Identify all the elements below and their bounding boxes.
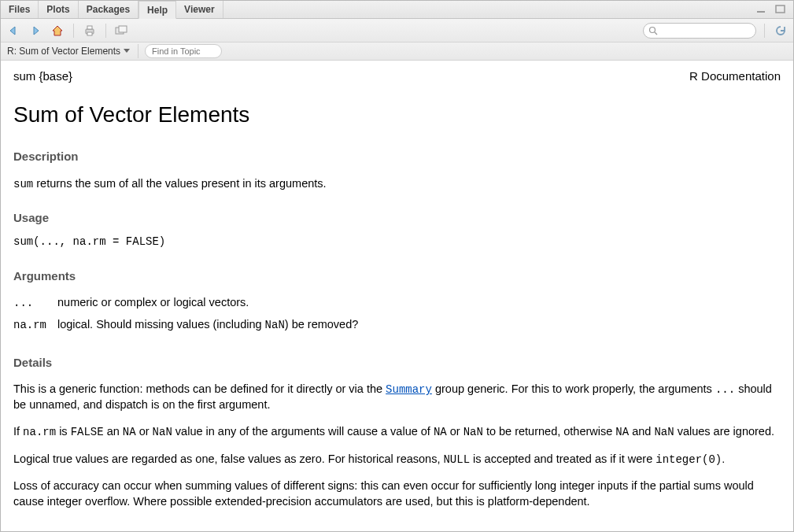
divider: [73, 24, 74, 38]
pane-tabs: Files Plots Packages Help Viewer: [1, 1, 793, 19]
help-search-input[interactable]: [661, 24, 751, 37]
back-icon[interactable]: [6, 23, 21, 39]
search-icon: [648, 26, 658, 35]
svg-line-8: [655, 32, 657, 35]
print-icon[interactable]: [82, 23, 98, 39]
svg-point-7: [650, 27, 656, 32]
arg-name: na.rm: [13, 319, 46, 331]
arg-desc: numeric or complex or logical vectors.: [57, 292, 369, 314]
section-arguments: Arguments: [13, 268, 781, 284]
help-toolbar: [1, 19, 793, 42]
tab-viewer[interactable]: Viewer: [176, 1, 223, 18]
svg-rect-4: [87, 32, 92, 35]
arg-name: ...: [13, 297, 33, 309]
svg-rect-1: [776, 6, 785, 13]
section-description: Description: [13, 149, 781, 164]
svg-rect-3: [87, 26, 92, 29]
divider: [764, 24, 765, 38]
help-content-scroll[interactable]: sum {base} R Documentation Sum of Vector…: [1, 61, 793, 531]
details-p1: This is a generic function: methods can …: [13, 382, 781, 412]
details-p3: Logical true values are regarded as one,…: [13, 452, 781, 467]
arguments-table: ... numeric or complex or logical vector…: [13, 292, 369, 336]
tab-plots[interactable]: Plots: [39, 1, 78, 18]
tab-help[interactable]: Help: [138, 1, 176, 19]
section-details: Details: [13, 355, 781, 371]
breadcrumb[interactable]: R: Sum of Vector Elements: [6, 46, 131, 57]
help-document: sum {base} R Documentation Sum of Vector…: [1, 61, 793, 531]
page-title: Sum of Vector Elements: [13, 100, 781, 130]
details-p2: If na.rm is FALSE an NA or NaN value in …: [13, 424, 781, 440]
arg-desc: logical. Should missing values (includin…: [57, 314, 369, 336]
breadcrumb-label: R: Sum of Vector Elements: [7, 46, 120, 57]
chevron-down-icon: [124, 49, 130, 54]
help-pane: Files Plots Packages Help Viewer: [0, 0, 794, 532]
section-value: Value: [13, 528, 781, 531]
svg-rect-6: [119, 26, 127, 32]
section-usage: Usage: [13, 210, 781, 226]
help-subtoolbar: R: Sum of Vector Elements: [1, 42, 793, 61]
svg-rect-0: [757, 11, 765, 13]
doc-label: R Documentation: [689, 68, 781, 84]
summary-link[interactable]: Summary: [386, 383, 432, 396]
forward-icon[interactable]: [28, 23, 43, 39]
divider: [105, 24, 106, 38]
usage-code: sum(..., na.rm = FALSE): [13, 235, 781, 249]
divider: [138, 44, 138, 58]
code-inline: sum: [13, 178, 33, 190]
description-text: sum returns the sum of all the values pr…: [13, 176, 781, 192]
details-p4: Loss of accuracy can occur when summing …: [13, 478, 781, 509]
table-row: na.rm logical. Should missing values (in…: [13, 314, 369, 336]
topic-name: sum {base}: [13, 68, 72, 84]
tab-files[interactable]: Files: [1, 1, 39, 18]
find-in-topic-input[interactable]: [145, 44, 222, 58]
help-search-box[interactable]: [643, 23, 756, 39]
tab-packages[interactable]: Packages: [79, 1, 138, 18]
new-window-icon[interactable]: [114, 23, 130, 39]
table-row: ... numeric or complex or logical vector…: [13, 292, 369, 314]
refresh-icon[interactable]: [773, 23, 788, 39]
home-icon[interactable]: [50, 23, 65, 39]
maximize-icon[interactable]: [773, 2, 788, 17]
minimize-icon[interactable]: [754, 2, 770, 17]
